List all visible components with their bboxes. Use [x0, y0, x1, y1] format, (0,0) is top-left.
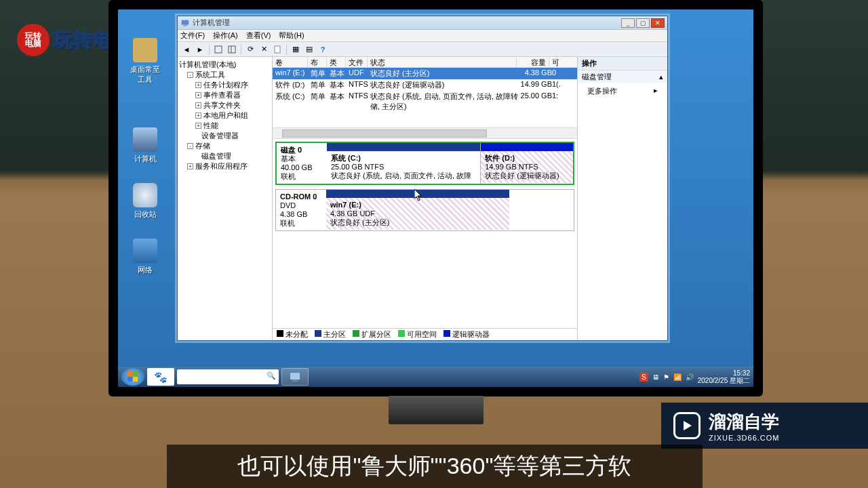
watermark-logo: 溜溜自学ZIXUE.3D66.COM: [661, 403, 868, 449]
tree-item[interactable]: +任务计划程序: [179, 80, 271, 89]
desktop-icon[interactable]: 计算机: [129, 127, 161, 164]
desktop-icon[interactable]: 桌面常至工具: [129, 38, 161, 85]
tree-item[interactable]: +共享文件夹: [179, 100, 271, 110]
volume-list-header: 卷 布局 类型 文件系统 状态 容量 可: [273, 57, 577, 68]
menu-view[interactable]: 查看(V): [246, 30, 271, 41]
tree-system-tools[interactable]: -系统工具: [179, 70, 271, 79]
tree-item[interactable]: +事件查看器: [179, 90, 271, 100]
help-button[interactable]: ?: [317, 43, 329, 56]
mouse-cursor: [414, 189, 424, 201]
tree-storage[interactable]: -存储: [179, 141, 271, 150]
titlebar: 计算机管理 _ ▢ ✕: [178, 16, 667, 30]
desktop-icon[interactable]: 网络: [129, 239, 161, 275]
actions-panel: 操作 磁盘管理▴ 更多操作▸: [578, 57, 667, 340]
tree-services[interactable]: +服务和应用程序: [179, 161, 271, 171]
toolbar-button[interactable]: [226, 43, 238, 56]
disk-row[interactable]: CD-ROM 0DVD4.38 GB联机 win7 (E:)4.38 GB UD…: [275, 189, 574, 231]
svg-rect-0: [182, 20, 189, 24]
taskbar-clock[interactable]: 15:322020/2/25 星期二: [698, 369, 750, 384]
svg-rect-10: [290, 373, 300, 380]
tree-item[interactable]: +本地用户和组: [179, 110, 271, 120]
volume-row[interactable]: win7 (E:)简单基本UDF状态良好 (主分区)4.38 GB0: [273, 68, 577, 79]
svg-rect-1: [183, 25, 186, 26]
svg-rect-5: [275, 46, 280, 53]
close-button[interactable]: ✕: [651, 18, 665, 28]
disk-map: 磁盘 0基本40.00 GB联机 系统 (C:)25.00 GB NTFS状态良…: [273, 138, 577, 328]
view-button[interactable]: ▦: [290, 43, 302, 56]
nav-tree: 计算机管理(本地) -系统工具 +任务计划程序 +事件查看器 +共享文件夹 +本…: [178, 57, 273, 340]
menu-action[interactable]: 操作(A): [213, 30, 238, 41]
legend: 未分配 主分区 扩展分区 可用空间 逻辑驱动器: [273, 328, 577, 340]
search-icon: 🔍: [267, 371, 276, 380]
actions-more[interactable]: 更多操作▸: [578, 83, 667, 99]
menubar: 文件(F) 操作(A) 查看(V) 帮助(H): [178, 30, 667, 42]
delete-button[interactable]: ✕: [258, 43, 270, 56]
volume-list: win7 (E:)简单基本UDF状态良好 (主分区)4.38 GB0 软件 (D…: [273, 68, 577, 127]
volume-row[interactable]: 软件 (D:)简单基本NTFS状态良好 (逻辑驱动器)14.99 GB1(.: [273, 79, 577, 91]
computer-management-window: 计算机管理 _ ▢ ✕ 文件(F) 操作(A) 查看(V) 帮助(H) ◄ ► …: [177, 16, 668, 341]
tray-flag-icon[interactable]: ⚑: [663, 373, 669, 381]
svg-rect-11: [292, 380, 298, 382]
refresh-button[interactable]: ⟳: [244, 43, 256, 56]
properties-button[interactable]: [271, 43, 283, 56]
tree-disk-management[interactable]: 磁盘管理: [179, 151, 271, 161]
taskbar-app[interactable]: [281, 368, 309, 386]
svg-rect-3: [229, 46, 235, 53]
horizontal-scrollbar[interactable]: [273, 127, 577, 138]
tray-volume-icon[interactable]: 🔊: [686, 373, 694, 381]
partition[interactable]: 系统 (C:)25.00 GB NTFS状态良好 (系统, 启动, 页面文件, …: [327, 143, 481, 184]
toolbar: ◄ ► ⟳ ✕ ▦ ▤ ?: [178, 42, 667, 57]
tree-item[interactable]: +性能: [179, 121, 271, 130]
window-title: 计算机管理: [193, 18, 230, 28]
tray-icon[interactable]: 🖥: [652, 373, 659, 381]
toolbar-button[interactable]: [212, 43, 224, 56]
svg-rect-9: [133, 377, 138, 382]
svg-rect-2: [215, 46, 222, 53]
menu-help[interactable]: 帮助(H): [279, 30, 304, 41]
taskbar-app[interactable]: 🐾: [147, 368, 174, 386]
forward-button[interactable]: ►: [194, 43, 206, 56]
tree-item[interactable]: 设备管理器: [179, 131, 271, 140]
monitor-frame: 桌面常至工具 计算机 回收站 网络 计算机管理 _ ▢ ✕ 文件(F) 操作(A…: [108, 0, 763, 396]
maximize-button[interactable]: ▢: [636, 18, 650, 28]
video-subtitle: 也可以使用"鲁大师""360"等等第三方软: [167, 445, 703, 488]
play-icon: [673, 412, 701, 439]
start-button[interactable]: [121, 368, 144, 386]
svg-rect-7: [133, 371, 138, 376]
menu-file[interactable]: 文件(F): [180, 30, 205, 41]
disk-row[interactable]: 磁盘 0基本40.00 GB联机 系统 (C:)25.00 GB NTFS状态良…: [275, 142, 574, 185]
desktop-icon[interactable]: 回收站: [129, 183, 161, 220]
partition-selected[interactable]: 软件 (D:)14.99 GB NTFS状态良好 (逻辑驱动器): [481, 143, 573, 184]
tray-network-icon[interactable]: 📶: [673, 373, 682, 381]
tray-icon[interactable]: S: [639, 373, 648, 382]
taskbar: 🐾 🔍 S 🖥 ⚑ 📶 🔊 15:322020/2/25 星期二: [118, 367, 753, 387]
svg-rect-6: [127, 371, 132, 376]
volume-row[interactable]: 系统 (C:)简单基本NTFS状态良好 (系统, 启动, 页面文件, 活动, 故…: [273, 91, 577, 113]
svg-rect-8: [127, 377, 132, 382]
back-button[interactable]: ◄: [180, 43, 193, 56]
search-box[interactable]: 🔍: [177, 369, 279, 384]
actions-disk-management[interactable]: 磁盘管理▴: [578, 70, 667, 83]
minimize-button[interactable]: _: [621, 18, 635, 28]
view-button[interactable]: ▤: [303, 43, 315, 56]
tree-root[interactable]: 计算机管理(本地): [179, 60, 271, 69]
